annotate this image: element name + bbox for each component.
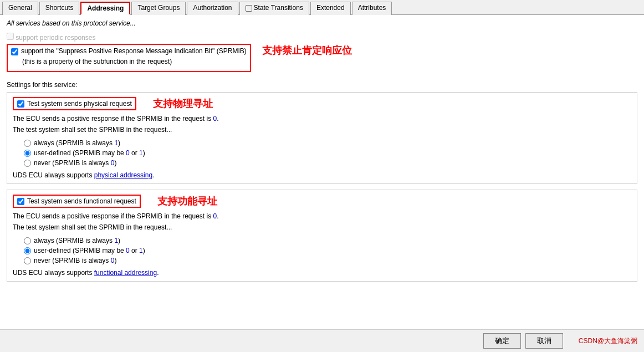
functional-radio-user: user-defined (SPRMIB may be 0 or 1) (24, 247, 631, 254)
physical-radio-user-input[interactable] (24, 150, 31, 157)
physical-checkbox[interactable] (17, 100, 24, 108)
physical-section-header: Test system sends physical request 支持物理寻… (13, 97, 631, 110)
physical-radio-never-label: never (SPRMIB is always 0) (34, 159, 116, 167)
physical-radio-user-label: user-defined (SPRMIB may be 0 or 1) (34, 149, 145, 157)
tab-shortcuts[interactable]: Shortcuts (39, 2, 80, 15)
physical-radio-user: user-defined (SPRMIB may be 0 or 1) (24, 149, 631, 157)
functional-section: Test system sends functional request 支持功… (7, 190, 637, 282)
physical-radio-always-input[interactable] (24, 140, 31, 147)
functional-checkbox[interactable] (17, 198, 24, 205)
cancel-button[interactable]: 取消 (525, 333, 563, 349)
physical-section-title: Test system sends physical request (13, 97, 136, 110)
tab-general[interactable]: General (2, 2, 38, 15)
functional-radio-never-label: never (SPRMIB is always 0) (34, 257, 116, 264)
physical-radio-group: always (SPRMIB is always 1) user-defined… (24, 139, 631, 167)
functional-radio-always-label: always (SPRMIB is always 1) (34, 237, 120, 244)
functional-addressing-link[interactable]: functional addressing (94, 269, 157, 277)
state-transitions-icon (246, 5, 252, 12)
physical-desc2: The test system shall set the SPRMIB in … (13, 125, 631, 135)
content-area: All services based on this protocol serv… (0, 15, 644, 329)
tab-attributes[interactable]: Attributes (352, 2, 392, 15)
support-periodic-row: support periodic responses (7, 33, 637, 42)
support-periodic-label: support periodic responses (16, 34, 95, 42)
functional-desc1: The ECU sends a positive response if the… (13, 211, 631, 221)
tab-bar: General Shortcuts Addressing Target Grou… (0, 0, 644, 15)
physical-radio-never: never (SPRMIB is always 0) (24, 159, 631, 167)
tab-addressing[interactable]: Addressing (80, 2, 130, 15)
main-window: General Shortcuts Addressing Target Grou… (0, 0, 644, 352)
functional-radio-user-input[interactable] (24, 247, 31, 254)
tab-extended[interactable]: Extended (310, 2, 351, 15)
functional-section-title: Test system sends functional request (13, 195, 141, 208)
sprmib-sub-label: (this is a property of the subfunction i… (22, 58, 247, 65)
sprmib-annotation: 支持禁止肯定响应位 (262, 44, 352, 57)
physical-desc1: The ECU sends a positive response if the… (13, 114, 631, 124)
functional-radio-user-label: user-defined (SPRMIB may be 0 or 1) (34, 247, 145, 254)
ok-button[interactable]: 确定 (483, 333, 521, 349)
sprmib-checkbox-row: support the "Suppress Positive Response … (11, 47, 247, 55)
functional-radio-never: never (SPRMIB is always 0) (24, 257, 631, 264)
physical-radio-never-input[interactable] (24, 160, 31, 167)
physical-addressing-link[interactable]: physical addressing (94, 171, 152, 179)
functional-desc2: The test system shall set the SPRMIB in … (13, 222, 631, 232)
settings-label: Settings for this service: (7, 81, 637, 89)
physical-radio-always-label: always (SPRMIB is always 1) (34, 139, 120, 147)
tab-target-groups[interactable]: Target Groups (131, 2, 186, 15)
functional-radio-never-input[interactable] (24, 257, 31, 264)
watermark-text: CSDN@大鱼海棠粥 (579, 336, 637, 346)
physical-annotation: 支持物理寻址 (153, 97, 213, 110)
functional-radio-always-input[interactable] (24, 237, 31, 244)
functional-footer: UDS ECU always supports functional addre… (13, 269, 631, 277)
support-periodic-checkbox[interactable] (7, 33, 14, 40)
sprmib-box: support the "Suppress Positive Response … (7, 44, 251, 72)
info-text: All services based on this protocol serv… (7, 19, 637, 27)
functional-annotation: 支持功能寻址 (157, 195, 217, 208)
functional-checkbox-label: Test system sends functional request (27, 197, 136, 205)
sprmib-label: support the "Suppress Positive Response … (21, 47, 247, 55)
physical-footer: UDS ECU always supports physical address… (13, 171, 631, 179)
functional-section-header: Test system sends functional request 支持功… (13, 195, 631, 208)
physical-radio-always: always (SPRMIB is always 1) (24, 139, 631, 147)
functional-radio-always: always (SPRMIB is always 1) (24, 237, 631, 244)
tab-authorization[interactable]: Authorization (187, 2, 238, 15)
physical-checkbox-label: Test system sends physical request (27, 100, 132, 108)
bottom-bar: 确定 取消 CSDN@大鱼海棠粥 (0, 329, 644, 352)
functional-radio-group: always (SPRMIB is always 1) user-defined… (24, 237, 631, 264)
sprmib-checkbox[interactable] (11, 48, 18, 55)
tab-state-transitions[interactable]: State Transitions (239, 2, 309, 15)
physical-section: Test system sends physical request 支持物理寻… (7, 92, 637, 184)
